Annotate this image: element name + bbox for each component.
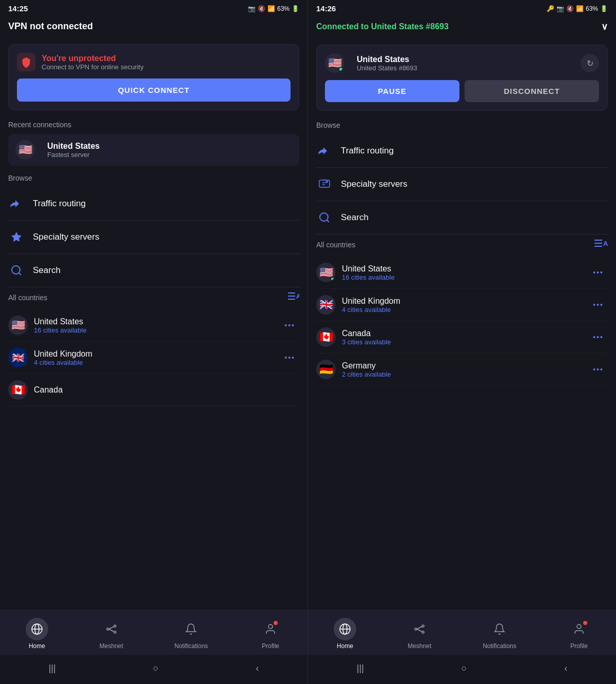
right-de-cities: 2 cities available <box>342 370 589 378</box>
uk-info: United Kingdom 4 cities available <box>34 349 280 366</box>
left-home-icon-container <box>26 618 48 640</box>
right-profile-badge <box>583 621 587 625</box>
left-nav-meshnet[interactable]: Meshnet <box>95 616 127 652</box>
unprotected-title: You're unprotected <box>42 54 144 63</box>
svg-text:A: A <box>603 240 608 247</box>
server-name-info: United States United States #8693 <box>357 55 417 72</box>
right-search-item[interactable]: Search <box>316 201 608 234</box>
right-country-ca[interactable]: 🇨🇦 Canada 3 cities available ••• <box>316 321 608 354</box>
left-phone-panel: 14:25 📷 🔇 📶 63% 🔋 VPN not connected You'… <box>0 0 308 684</box>
right-nav-notifications[interactable]: Notifications <box>478 616 520 652</box>
pause-button[interactable]: PAUSE <box>325 80 459 102</box>
country-item-ca[interactable]: 🇨🇦 Canada <box>8 374 299 406</box>
left-nav-profile[interactable]: Profile <box>255 616 286 652</box>
right-traffic-routing-item[interactable]: Traffic routing <box>316 134 608 168</box>
recent-connections-label: Recent connections <box>8 121 299 129</box>
left-notifications-label: Notifications <box>175 642 208 650</box>
right-uk-more-button[interactable]: ••• <box>589 299 608 311</box>
right-specialty-servers-icon <box>316 176 333 192</box>
left-android-back[interactable]: ‹ <box>245 661 269 676</box>
specialty-servers-icon <box>8 229 25 245</box>
left-meshnet-icon-wrap <box>100 618 123 640</box>
right-sort-icon[interactable]: A <box>594 239 608 250</box>
refresh-server-button[interactable]: ↻ <box>581 54 599 72</box>
us-name: United States <box>34 317 280 326</box>
us-flag: 🇺🇸 <box>8 316 28 335</box>
country-item-uk[interactable]: 🇬🇧 United Kingdom 4 cities available ••• <box>8 342 299 374</box>
right-specialty-servers-label: Specialty servers <box>341 179 407 189</box>
unprotected-subtitle: Connect to VPN for online security <box>42 63 144 71</box>
right-de-name: Germany <box>342 361 589 370</box>
right-android-home[interactable]: ○ <box>451 661 477 676</box>
right-nav-profile[interactable]: Profile <box>564 616 594 652</box>
right-signal-icon: 📶 <box>576 5 584 12</box>
left-sort-icon[interactable]: A <box>288 291 299 303</box>
traffic-routing-item[interactable]: Traffic routing <box>8 187 299 221</box>
right-country-uk[interactable]: 🇬🇧 United Kingdom 4 cities available ••• <box>316 289 608 321</box>
right-notifications-icon-container <box>488 618 511 640</box>
svg-point-10 <box>114 631 116 633</box>
right-country-de[interactable]: 🇩🇪 Germany 2 cities available ••• <box>316 354 608 386</box>
right-uk-name: United Kingdom <box>342 297 589 306</box>
connected-dot <box>338 67 343 72</box>
right-phone-panel: 14:26 🔑 📷 🔇 📶 63% 🔋 Connected to United … <box>308 0 616 684</box>
left-profile-icon-container <box>259 618 282 640</box>
right-specialty-servers-item[interactable]: Specialty servers <box>316 168 608 201</box>
left-notifications-icon-wrap <box>180 618 202 640</box>
right-country-us[interactable]: 🇺🇸 United States 16 cities available ••• <box>316 257 608 289</box>
us-info: United States 16 cities available <box>34 317 280 334</box>
svg-line-11 <box>109 627 114 629</box>
right-vpn-header: Connected to United States #8693 ∨ <box>308 17 616 38</box>
unprotected-card: You're unprotected Connect to VPN for on… <box>8 44 299 110</box>
left-vpn-status: VPN not connected <box>8 21 299 32</box>
right-ca-more-button[interactable]: ••• <box>589 331 608 343</box>
right-countries-header: All countries A <box>316 239 608 250</box>
us-cities: 16 cities available <box>34 326 280 334</box>
quick-connect-button[interactable]: QUICK CONNECT <box>17 79 291 102</box>
svg-point-29 <box>577 624 581 629</box>
right-home-icon-wrap <box>334 618 356 640</box>
chevron-down-icon[interactable]: ∨ <box>601 21 608 32</box>
svg-line-28 <box>417 629 422 632</box>
left-android-home[interactable]: ○ <box>143 661 169 676</box>
left-android-menu[interactable]: ||| <box>38 661 66 676</box>
left-nav-notifications[interactable]: Notifications <box>170 616 212 652</box>
connected-server: United States #8693 <box>357 64 417 72</box>
right-home-label: Home <box>337 642 353 650</box>
right-bottom-nav: Home Meshnet <box>308 610 616 655</box>
right-android-back[interactable]: ‹ <box>554 661 578 676</box>
right-uk-cities: 4 cities available <box>342 306 589 314</box>
connected-server-info: 🇺🇸 United States United States #8693 ↻ <box>325 53 599 73</box>
left-meshnet-icon-container <box>100 618 123 640</box>
right-us-more-button[interactable]: ••• <box>589 266 608 279</box>
right-profile-icon-container <box>568 618 590 640</box>
search-item[interactable]: Search <box>8 254 299 287</box>
uk-more-button[interactable]: ••• <box>280 351 299 364</box>
svg-line-27 <box>417 627 422 629</box>
recent-country-name: United States <box>47 142 100 151</box>
country-item-us[interactable]: 🇺🇸 United States 16 cities available ••• <box>8 309 299 342</box>
right-home-icon-container <box>334 618 356 640</box>
left-home-icon-wrap <box>26 618 48 640</box>
connected-us-flag: 🇺🇸 <box>325 53 344 73</box>
right-nav-home[interactable]: Home <box>330 616 360 652</box>
recent-connection-item[interactable]: 🇺🇸 United States Fastest server <box>8 134 299 166</box>
left-browse-label: Browse <box>8 174 299 182</box>
right-android-menu[interactable]: ||| <box>346 661 374 676</box>
us-more-button[interactable]: ••• <box>280 319 299 331</box>
recent-server-type: Fastest server <box>47 151 100 159</box>
right-nav-meshnet[interactable]: Meshnet <box>403 616 435 652</box>
left-profile-label: Profile <box>262 642 279 650</box>
right-battery: 63% <box>586 5 598 12</box>
battery-icon-bar: 🔋 <box>292 5 299 12</box>
right-ca-info: Canada 3 cities available <box>342 329 589 346</box>
right-de-more-button[interactable]: ••• <box>589 363 608 376</box>
svg-point-13 <box>268 624 273 629</box>
left-nav-home[interactable]: Home <box>22 616 52 652</box>
disconnect-button[interactable]: DISCONNECT <box>465 80 599 102</box>
action-buttons: PAUSE DISCONNECT <box>325 80 599 102</box>
specialty-servers-item[interactable]: Specialty servers <box>8 221 299 254</box>
ca-name: Canada <box>34 385 299 395</box>
uk-cities: 4 cities available <box>34 359 280 366</box>
left-bottom-nav: Home Meshnet <box>0 610 307 655</box>
